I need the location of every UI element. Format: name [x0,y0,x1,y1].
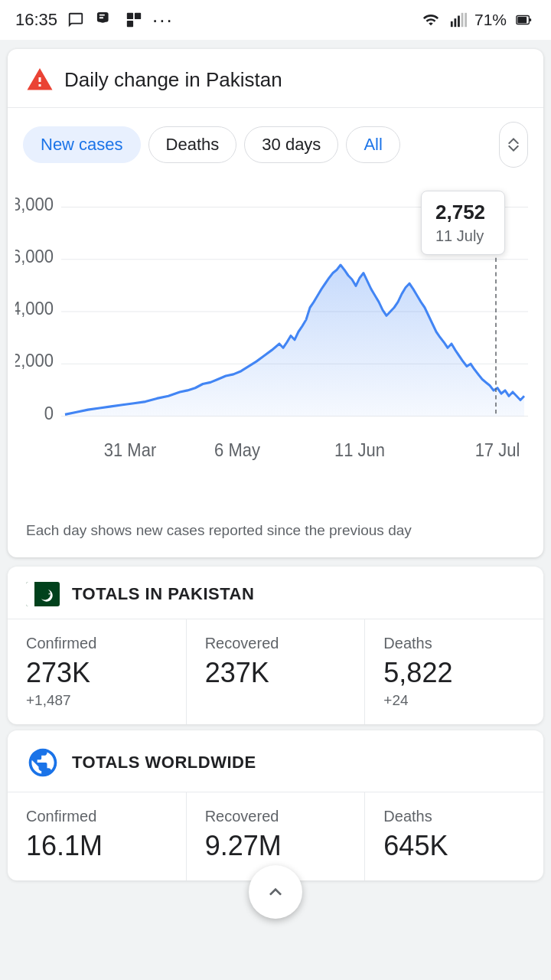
recovered-col: Recovered 237K [187,619,366,724]
chart-note: Each day shows new cases reported since … [8,508,543,557]
chevron-down-icon [507,145,520,153]
recovered-value: 237K [205,657,347,689]
svg-rect-13 [529,18,531,21]
chart-container: 8,000 6,000 4,000 2,000 0 31 Mar 6 May 1… [8,175,543,508]
deaths-delta: +24 [383,692,525,709]
flipboard-icon [123,11,145,28]
svg-text:31 Mar: 31 Mar [104,441,157,461]
svg-text:4,000: 4,000 [15,299,54,319]
chat-icon [94,11,116,28]
signal-icon [448,11,468,28]
recovered-label: Recovered [205,635,347,652]
svg-text:8,000: 8,000 [15,194,54,214]
overflow-icon: ··· [152,8,174,32]
tab-new-cases[interactable]: New cases [23,126,141,163]
warning-icon [26,66,54,93]
messenger-icon [65,11,86,28]
confirmed-value: 273K [26,657,168,689]
status-left: 16:35 ··· [15,8,174,32]
worldwide-totals-section: TOTALS WORLDWIDE Confirmed 16.1M Recover… [8,730,543,880]
deaths-value: 5,822 [383,657,525,689]
chart-tooltip: 2,752 11 July [421,191,505,255]
worldwide-recovered-label: Recovered [205,808,347,825]
battery-icon [513,11,536,28]
daily-change-card: Daily change in Pakistan New cases Death… [8,49,543,557]
confirmed-label: Confirmed [26,635,168,652]
svg-text:6 May: 6 May [214,441,261,461]
arrow-up-icon [263,880,288,904]
svg-rect-14 [517,17,527,23]
worldwide-header: TOTALS WORLDWIDE [8,730,543,792]
globe-icon [26,746,60,779]
chevron-up-icon [507,136,520,144]
tooltip-date: 11 July [435,227,491,245]
svg-text:2,000: 2,000 [15,351,54,371]
svg-text:17 Jul: 17 Jul [475,441,520,461]
tab-deaths[interactable]: Deaths [148,126,237,163]
scroll-indicator[interactable] [499,122,528,168]
pakistan-totals-grid: Confirmed 273K +1,487 Recovered 237K Dea… [8,619,543,724]
worldwide-deaths-value: 645K [383,830,525,862]
svg-rect-10 [461,13,464,27]
tab-all[interactable]: All [346,126,399,163]
confirmed-delta: +1,487 [26,692,168,709]
status-right: 71% [419,11,536,29]
filter-area: New cases Deaths 30 days All [8,108,543,175]
deaths-label: Deaths [383,635,525,652]
time-display: 16:35 [15,10,57,30]
worldwide-confirmed-label: Confirmed [26,808,168,825]
pakistan-totals-title: TOTALS IN PAKISTAN [72,584,254,604]
scroll-to-top-fab[interactable] [249,865,302,919]
svg-rect-4 [127,13,133,19]
worldwide-deaths-col: Deaths 645K [365,792,543,880]
tooltip-value: 2,752 [435,201,491,224]
svg-text:0: 0 [44,403,54,423]
filter-tabs: New cases Deaths 30 days All [23,126,493,163]
battery-display: 71% [474,11,507,29]
svg-rect-31 [26,582,34,606]
svg-rect-7 [451,21,453,27]
pakistan-totals-header: TOTALS IN PAKISTAN [8,567,543,619]
svg-rect-3 [99,17,104,18]
pakistan-totals-section: TOTALS IN PAKISTAN Confirmed 273K +1,487… [8,567,543,724]
svg-text:11 Jun: 11 Jun [334,441,385,461]
worldwide-confirmed-col: Confirmed 16.1M [8,792,187,880]
svg-rect-5 [135,13,141,19]
card-title: Daily change in Pakistan [64,68,282,92]
svg-rect-6 [127,21,133,27]
worldwide-deaths-label: Deaths [383,808,525,825]
tab-30-days[interactable]: 30 days [244,126,338,163]
deaths-col: Deaths 5,822 +24 [365,619,543,724]
wifi-icon [419,11,442,28]
worldwide-recovered-value: 9.27M [205,830,347,862]
pakistan-flag-icon [26,582,60,606]
svg-rect-8 [454,18,456,27]
svg-rect-2 [99,15,105,16]
card-header: Daily change in Pakistan [8,49,543,108]
worldwide-totals-title: TOTALS WORLDWIDE [72,753,256,773]
status-bar: 16:35 ··· 71% [0,0,551,40]
svg-text:6,000: 6,000 [15,247,54,266]
worldwide-confirmed-value: 16.1M [26,830,168,862]
confirmed-col: Confirmed 273K +1,487 [8,619,187,724]
svg-rect-9 [458,16,460,28]
svg-rect-11 [465,13,467,27]
